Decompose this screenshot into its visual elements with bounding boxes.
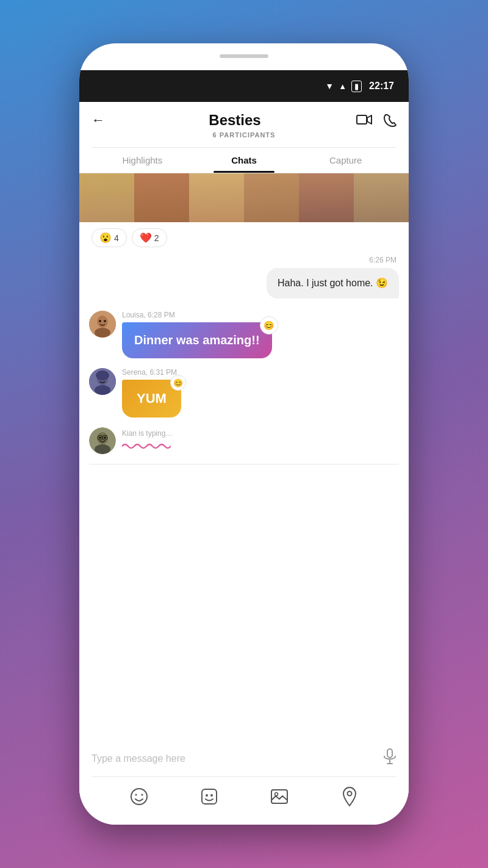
svg-point-15 [95, 444, 110, 454]
bottom-icons [92, 777, 396, 819]
input-row [92, 748, 396, 777]
signal-icon: ▲ [339, 82, 346, 91]
wow-count: 4 [114, 233, 119, 243]
svg-point-5 [99, 320, 101, 322]
tab-highlights[interactable]: Highlights [92, 148, 193, 173]
back-button[interactable]: ← [92, 112, 113, 128]
media-strip-inner [79, 173, 409, 222]
status-bar: ▼ ▲ ▮ 22:17 [79, 70, 409, 102]
svg-point-32 [347, 792, 351, 796]
input-area [79, 740, 409, 825]
app-header: ← Besties 6 PARTICIPANTS Highlights Chat… [79, 102, 409, 173]
tabs-bar: Highlights Chats Capture [92, 147, 396, 173]
phone-handle [220, 54, 268, 58]
message-timestamp-1: 6:26 PM [79, 253, 409, 268]
svg-marker-1 [367, 115, 371, 124]
heart-emoji: ❤️ [140, 232, 152, 244]
tab-chats[interactable]: Chats [193, 148, 295, 173]
emoji-icon[interactable] [128, 786, 150, 808]
reaction-wow[interactable]: 😮 4 [92, 228, 127, 247]
svg-point-17 [104, 436, 106, 439]
location-icon[interactable] [339, 786, 361, 808]
louisa-reaction: 😊 [260, 316, 278, 335]
svg-point-29 [210, 794, 213, 797]
avatar-kian [89, 427, 116, 454]
media-strip[interactable] [79, 173, 409, 222]
svg-point-26 [141, 794, 143, 796]
typing-indicator: Kian is typing… [79, 422, 409, 464]
heart-count: 2 [154, 233, 159, 243]
header-top: ← Besties [92, 112, 396, 129]
reactions-row: 😮 4 ❤️ 2 [79, 222, 409, 253]
phone-frame: ▼ ▲ ▮ 22:17 ← Besties 6 PARTICIPANTS [79, 43, 409, 825]
svg-point-3 [97, 316, 108, 328]
own-bubble-1: Haha. I just got home. 😉 [267, 268, 399, 298]
serena-sender-info: Serena, 6:31 PM [122, 368, 181, 377]
avatar-serena [89, 368, 116, 395]
svg-point-9 [95, 385, 110, 395]
typing-wave [122, 440, 173, 452]
message-louisa: Louisa, 6:28 PM Dinner was amazing!! 😊 [79, 306, 409, 363]
svg-point-16 [99, 436, 101, 439]
svg-rect-0 [357, 115, 367, 124]
chat-area: 😮 4 ❤️ 2 6:26 PM Haha. I just got home. … [79, 173, 409, 740]
svg-point-25 [135, 794, 137, 796]
louisa-sender-info: Louisa, 6:28 PM [122, 311, 272, 319]
typing-content: Kian is typing… [122, 429, 173, 452]
chat-title: Besties [209, 112, 260, 129]
avatar-louisa [89, 311, 116, 338]
tab-capture[interactable]: Capture [295, 148, 396, 173]
wow-emoji: 😮 [99, 232, 112, 244]
svg-rect-21 [387, 749, 392, 758]
video-call-icon[interactable] [356, 114, 372, 127]
svg-rect-27 [202, 789, 217, 804]
louisa-msg-content: Louisa, 6:28 PM Dinner was amazing!! 😊 [122, 311, 272, 358]
reaction-heart[interactable]: ❤️ 2 [132, 228, 167, 247]
status-time: 22:17 [369, 81, 394, 92]
serena-msg-content: Serena, 6:31 PM YUM 😊 [122, 368, 181, 418]
svg-point-31 [274, 793, 278, 796]
sticker-icon[interactable] [198, 786, 220, 808]
participants-label: 6 PARTICIPANTS [92, 131, 396, 139]
own-message-1: Haha. I just got home. 😉 [79, 268, 409, 306]
svg-point-6 [104, 320, 106, 322]
image-icon[interactable] [268, 786, 290, 808]
svg-point-28 [206, 794, 208, 797]
louisa-bubble: Dinner was amazing!! 😊 [122, 322, 272, 358]
mic-icon[interactable] [383, 748, 396, 769]
svg-point-4 [95, 328, 110, 338]
svg-rect-30 [271, 790, 287, 803]
serena-bubble: YUM 😊 [122, 380, 181, 418]
svg-point-24 [131, 789, 147, 805]
wifi-icon: ▼ [325, 81, 334, 91]
message-serena: Serena, 6:31 PM YUM 😊 [79, 363, 409, 422]
header-action-icons [356, 114, 396, 127]
svg-point-12 [96, 371, 109, 380]
message-input[interactable] [92, 753, 377, 764]
typing-label: Kian is typing… [122, 429, 173, 438]
battery-icon: ▮ [351, 81, 362, 92]
serena-reaction: 😊 [170, 375, 186, 391]
phone-icon[interactable] [383, 114, 396, 127]
chat-divider [89, 464, 399, 465]
